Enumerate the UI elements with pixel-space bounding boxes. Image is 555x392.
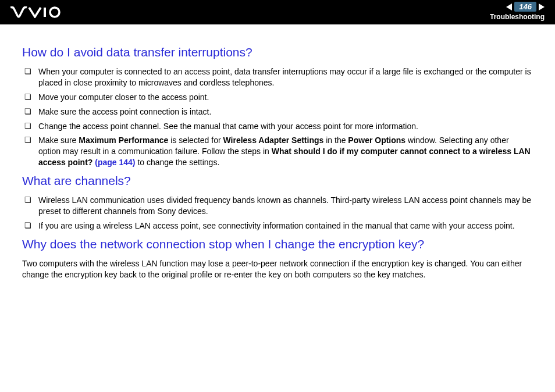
text: in the — [323, 136, 348, 145]
next-page-arrow-icon[interactable] — [539, 3, 545, 10]
body-text: Two computers with the wireless LAN func… — [22, 258, 533, 280]
heading-encryption: Why does the network connection stop whe… — [22, 237, 533, 251]
list-item: If you are using a wireless LAN access p… — [22, 220, 533, 231]
prev-page-arrow-icon[interactable] — [506, 3, 512, 10]
text: is selected for — [168, 136, 223, 145]
bold-text: Maximum Performance — [79, 136, 168, 145]
page-number-badge: 146 — [514, 2, 536, 12]
heading-data-transfer: How do I avoid data transfer interruptio… — [22, 45, 533, 59]
page-number: 146 — [519, 2, 532, 11]
page-header: 146 Troubleshooting — [0, 0, 555, 24]
list-item: Make sure Maximum Performance is selecte… — [22, 135, 533, 168]
page-navigation: 146 — [506, 2, 545, 12]
page-content: How do I avoid data transfer interruptio… — [0, 24, 555, 291]
bold-text: Power Options — [348, 136, 405, 145]
heading-channels: What are channels? — [22, 174, 533, 188]
list-data-transfer: When your computer is connected to an ac… — [22, 66, 533, 168]
list-channels: Wireless LAN communication uses divided … — [22, 195, 533, 231]
list-item: Move your computer closer to the access … — [22, 92, 533, 103]
vaio-logo — [10, 6, 63, 18]
list-item: Make sure the access point connection is… — [22, 106, 533, 117]
bold-text: Wireless Adapter Settings — [223, 136, 323, 145]
page-link[interactable]: (page 144) — [92, 158, 135, 167]
section-label: Troubleshooting — [490, 13, 545, 21]
list-item: When your computer is connected to an ac… — [22, 66, 533, 88]
svg-point-1 — [50, 8, 59, 17]
list-item: Change the access point channel. See the… — [22, 121, 533, 132]
svg-rect-0 — [44, 8, 46, 17]
text: Make sure — [38, 136, 79, 145]
list-item: Wireless LAN communication uses divided … — [22, 195, 533, 217]
text: to change the settings. — [136, 158, 220, 167]
